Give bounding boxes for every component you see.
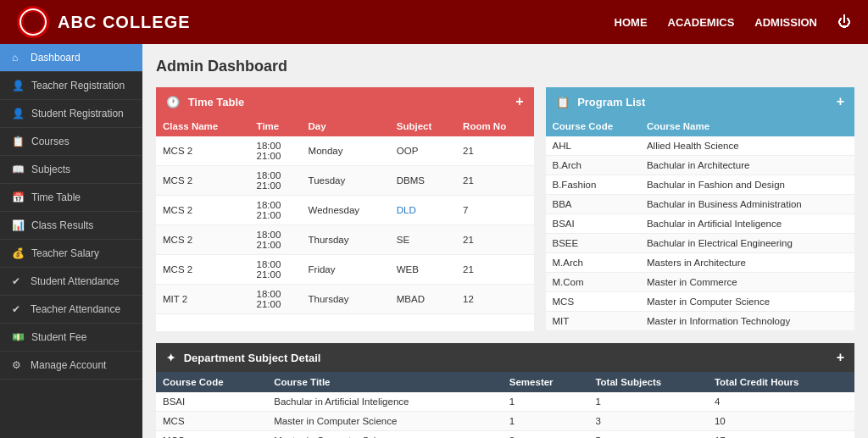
sidebar-item-dashboard[interactable]: ⌂ Dashboard bbox=[0, 44, 142, 72]
table-cell: 21 bbox=[456, 225, 533, 255]
table-cell: 18:00 21:00 bbox=[250, 196, 302, 225]
sidebar-item-teacher-attendance[interactable]: ✔ Teacher Attendance bbox=[0, 296, 142, 324]
nav-academics[interactable]: ACADEMICS bbox=[668, 16, 735, 29]
program-list-add-button[interactable]: + bbox=[837, 94, 844, 109]
nav-home[interactable]: HOME bbox=[615, 16, 648, 29]
table-cell: 2 bbox=[503, 431, 589, 439]
table-cell: 1 bbox=[588, 392, 708, 412]
table-cell: MCS 2 bbox=[156, 136, 250, 166]
table-cell: Masters in Architecture bbox=[640, 253, 854, 273]
table-cell: Master in Information Technology bbox=[640, 312, 854, 331]
dept-subject-add-button[interactable]: + bbox=[837, 350, 844, 365]
table-cell: Master in Computer Science bbox=[640, 292, 854, 312]
table-cell: BSEE bbox=[546, 234, 640, 253]
table-cell: 10 bbox=[708, 412, 854, 431]
dept-subject-col-header: Total Credit Hours bbox=[708, 372, 854, 392]
sidebar-item-manage-account[interactable]: ⚙ Manage Account bbox=[0, 352, 142, 380]
program-list-tbody: AHLAllied Health ScienceB.ArchBachular i… bbox=[546, 136, 855, 331]
table-cell: 1 bbox=[503, 412, 589, 431]
sidebar-item-label: Student Fee bbox=[31, 331, 86, 343]
sidebar: ⌂ Dashboard👤 Teacher Registration👤 Stude… bbox=[0, 44, 142, 438]
dept-subject-col-header: Total Subjects bbox=[588, 372, 708, 392]
nav-admission[interactable]: ADMISSION bbox=[754, 16, 817, 29]
table-cell: M.Arch bbox=[546, 253, 640, 273]
logo-inner-circle bbox=[21, 10, 45, 34]
subject-link[interactable]: DLD bbox=[397, 205, 416, 215]
table-cell: MCS bbox=[156, 431, 267, 439]
timetable-col-header: Day bbox=[302, 116, 390, 136]
table-cell: MCS 2 bbox=[156, 196, 250, 225]
sidebar-item-time-table[interactable]: 📅 Time Table bbox=[0, 184, 142, 212]
main-content: Admin Dashboard 🕐 Time Table + Class Na bbox=[142, 44, 868, 438]
sidebar-item-courses[interactable]: 📋 Courses bbox=[0, 128, 142, 156]
table-cell: 3 bbox=[588, 412, 708, 431]
sidebar-item-teacher-registration[interactable]: 👤 Teacher Registration bbox=[0, 72, 142, 100]
table-cell: Master in Computer Science bbox=[267, 431, 503, 439]
table-cell: 17 bbox=[708, 431, 854, 439]
table-cell: 18:00 21:00 bbox=[250, 255, 302, 285]
sidebar-item-student-fee[interactable]: 💵 Student Fee bbox=[0, 324, 142, 352]
table-row: M.ComMaster in Commerce bbox=[546, 273, 855, 292]
program-list-col-header: Course Name bbox=[640, 116, 854, 136]
table-cell: MBAD bbox=[390, 285, 456, 314]
table-row: BSAIBachular in Artificial Inteligence bbox=[546, 214, 855, 234]
dept-subject-header-row: Course CodeCourse TitleSemesterTotal Sub… bbox=[156, 372, 854, 392]
sidebar-icon: 👤 bbox=[12, 108, 25, 119]
table-cell: MCS 2 bbox=[156, 255, 250, 285]
sidebar-item-subjects[interactable]: 📖 Subjects bbox=[0, 156, 142, 184]
sidebar-icon: ✔ bbox=[12, 303, 24, 315]
table-row: BBABachular in Business Administration bbox=[546, 195, 855, 214]
sidebar-item-label: Dashboard bbox=[31, 52, 81, 64]
logo-section: ABC COLLEGE bbox=[17, 6, 191, 38]
dept-subject-thead: Course CodeCourse TitleSemesterTotal Sub… bbox=[156, 372, 854, 392]
sidebar-item-label: Teacher Salary bbox=[31, 247, 99, 259]
table-cell: 18:00 21:00 bbox=[250, 225, 302, 255]
program-list-table: Course CodeCourse Name AHLAllied Health … bbox=[546, 116, 855, 331]
app-header: ABC COLLEGE HOME ACADEMICS ADMISSION ⏻ bbox=[0, 0, 868, 44]
timetable-card: 🕐 Time Table + Class NameTimeDaySubjectR… bbox=[156, 87, 534, 331]
sidebar-item-label: Student Registration bbox=[31, 108, 124, 119]
timetable-add-button[interactable]: + bbox=[515, 94, 523, 109]
table-cell: 12 bbox=[456, 285, 533, 314]
sidebar-icon: 💵 bbox=[12, 331, 25, 343]
sidebar-item-student-attendance[interactable]: ✔ Student Attendance bbox=[0, 268, 142, 296]
table-cell: MIT 2 bbox=[156, 285, 250, 314]
sidebar-item-class-results[interactable]: 📊 Class Results bbox=[0, 212, 142, 240]
table-cell: MCS bbox=[546, 292, 640, 312]
sidebar-icon: ⚙ bbox=[12, 359, 24, 371]
logout-button[interactable]: ⏻ bbox=[837, 14, 851, 30]
dept-subject-col-header: Semester bbox=[503, 372, 589, 392]
table-cell: 7 bbox=[456, 196, 533, 225]
table-cell: DBMS bbox=[390, 166, 456, 196]
timetable-header-label: 🕐 Time Table bbox=[166, 96, 244, 108]
table-row: MCS 218:00 21:00MondayOOP21 bbox=[156, 136, 534, 166]
program-list-header-row: Course CodeCourse Name bbox=[546, 116, 855, 136]
table-cell: 21 bbox=[456, 136, 533, 166]
sidebar-item-label: Manage Account bbox=[31, 359, 106, 371]
dept-subject-col-header: Course Code bbox=[156, 372, 267, 392]
table-cell: Friday bbox=[302, 255, 390, 285]
program-list-card: 📋 Program List + Course CodeCourse Name … bbox=[546, 87, 855, 331]
timetable-thead: Class NameTimeDaySubjectRoom No bbox=[156, 116, 534, 136]
timetable-tbody: MCS 218:00 21:00MondayOOP21MCS 218:00 21… bbox=[156, 136, 534, 314]
top-panels-row: 🕐 Time Table + Class NameTimeDaySubjectR… bbox=[156, 87, 854, 331]
table-cell: Master in Commerce bbox=[640, 273, 854, 292]
sidebar-icon: 📊 bbox=[12, 219, 25, 231]
table-row: B.ArchBachular in Architecture bbox=[546, 156, 855, 175]
sidebar-item-teacher-salary[interactable]: 💰 Teacher Salary bbox=[0, 240, 142, 268]
table-cell: MCS 2 bbox=[156, 166, 250, 196]
program-list-header-label: 📋 Program List bbox=[556, 96, 646, 108]
table-cell: B.Arch bbox=[546, 156, 640, 175]
dept-subject-header-label: ✦ Department Subject Detail bbox=[166, 352, 320, 364]
table-cell: 18:00 21:00 bbox=[250, 166, 302, 196]
sidebar-item-student-registration[interactable]: 👤 Student Registration bbox=[0, 100, 142, 128]
sidebar-item-label: Time Table bbox=[31, 191, 81, 203]
page-title: Admin Dashboard bbox=[156, 58, 854, 75]
table-cell: MCS 2 bbox=[156, 225, 250, 255]
timetable-col-header: Room No bbox=[456, 116, 533, 136]
table-cell: BSAI bbox=[156, 392, 267, 412]
table-row: MCSMaster in Computer Science2517 bbox=[156, 431, 854, 439]
table-cell: Thursday bbox=[302, 285, 390, 314]
logo-icon bbox=[17, 6, 49, 38]
sidebar-item-label: Courses bbox=[31, 136, 70, 147]
